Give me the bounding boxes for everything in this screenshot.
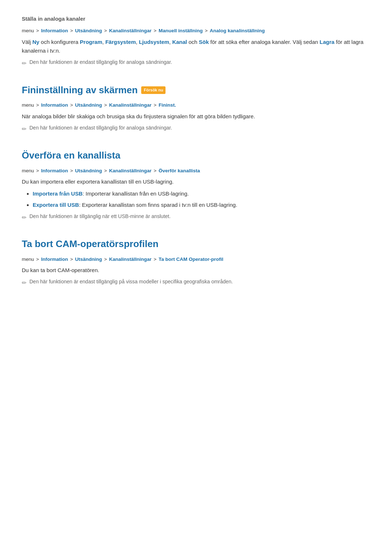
bc-sep: >	[104, 28, 109, 33]
bc-sep: >	[104, 257, 109, 262]
bold-ny: Ny	[32, 39, 39, 45]
bc-menu: menu	[22, 168, 34, 173]
note-analog: ✏ Den här funktionen är endast tillgängl…	[22, 58, 370, 68]
bc-sep: >	[70, 28, 74, 33]
pencil-icon: ✏	[22, 213, 26, 222]
bc-sep: >	[36, 168, 41, 173]
bc-sep: >	[154, 102, 158, 108]
bc-information: Information	[41, 168, 68, 173]
section-remove-cam: Ta bort CAM-operatörsprofilen menu > Inf…	[22, 237, 370, 288]
bc-kanalinst: Kanalinställningar	[109, 168, 152, 173]
note-text-analog: Den här funktionen är endast tillgänglig…	[29, 58, 172, 66]
heading-text-cam: Ta bort CAM-operatörsprofilen	[22, 237, 159, 252]
bc-sep: >	[154, 28, 158, 33]
heading-text-transfer: Överföra en kanallista	[22, 148, 121, 163]
bc-overforkanalista: Överför kanallista	[159, 168, 200, 173]
body-text-transfer: Du kan importera eller exportera kanalli…	[22, 177, 370, 186]
body-text-cam: Du kan ta bort CAM-operatören.	[22, 266, 370, 275]
bc-menu: menu	[22, 102, 34, 108]
section-heading-small: Ställa in analoga kanaler	[22, 15, 370, 23]
list-item-import: Importera från USB: Importerar kanallist…	[33, 189, 370, 198]
pencil-icon: ✏	[22, 278, 26, 288]
bc-kanalinst: Kanalinställningar	[109, 102, 152, 108]
bc-sep: >	[104, 168, 109, 173]
bc-sep: >	[154, 168, 158, 173]
bold-kanal: Kanal	[172, 39, 187, 45]
bold-lagra: Lagra	[320, 39, 335, 45]
bc-sep: >	[36, 257, 41, 262]
heading-text-fininst: Fininställning av skärmen	[22, 83, 138, 98]
note-fininst: ✏ Den här funktionen är endast tillgängl…	[22, 124, 370, 134]
bc-manuell: Manuell inställning	[159, 28, 203, 33]
note-text-transfer: Den här funktionen är tillgänglig när et…	[29, 213, 171, 220]
bc-kanalinst: Kanalinställningar	[109, 257, 152, 262]
bc-sep: >	[70, 102, 74, 108]
bc-fininst: Fininst.	[159, 102, 176, 108]
section-heading-large-cam: Ta bort CAM-operatörsprofilen	[22, 237, 370, 252]
bc-menu: menu	[22, 257, 34, 262]
bc-sep: >	[205, 28, 209, 33]
bold-exportera: Exportera till USB	[33, 202, 79, 208]
bc-utsandning: Utsändning	[75, 257, 102, 262]
bc-information: Information	[41, 28, 68, 33]
breadcrumb-analog: menu > Information > Utsändning > Kanali…	[22, 27, 370, 35]
bullet-list-transfer: Importera från USB: Importerar kanallist…	[33, 189, 370, 210]
bc-sep: >	[154, 257, 158, 262]
note-cam: ✏ Den här funktionen är endast tillgängl…	[22, 278, 370, 288]
breadcrumb-cam: menu > Information > Utsändning > Kanali…	[22, 255, 370, 263]
bold-program: Program	[80, 39, 102, 45]
bold-importera: Importera från USB	[33, 190, 83, 197]
breadcrumb-transfer: menu > Information > Utsändning > Kanali…	[22, 167, 370, 175]
try-now-badge[interactable]: Försök nu	[141, 86, 166, 94]
bc-kanalinst: Kanalinställningar	[109, 28, 152, 33]
section-transfer-channels: Överföra en kanallista menu > Informatio…	[22, 148, 370, 222]
note-text-cam: Den här funktionen är endast tillgänglig…	[29, 278, 233, 286]
bc-utsandning: Utsändning	[75, 168, 102, 173]
bold-fargsystem: Färgsystem	[105, 39, 136, 45]
bold-ljudsystem: Ljudsystem	[139, 39, 169, 45]
bc-sep: >	[36, 28, 41, 33]
bc-utsandning: Utsändning	[75, 102, 102, 108]
note-text-fininst: Den här funktionen är endast tillgänglig…	[29, 124, 172, 132]
section-fine-tuning: Fininställning av skärmen Försök nu menu…	[22, 83, 370, 134]
bc-analog: Analog kanalinställning	[210, 28, 265, 33]
section-analog-channels: Ställa in analoga kanaler menu > Informa…	[22, 15, 370, 68]
pencil-icon: ✏	[22, 59, 26, 68]
note-transfer: ✏ Den här funktionen är tillgänglig när …	[22, 213, 370, 222]
section-heading-large-transfer: Överföra en kanallista	[22, 148, 370, 163]
bc-sep: >	[70, 257, 74, 262]
pencil-icon: ✏	[22, 124, 26, 134]
bc-information: Information	[41, 102, 68, 108]
bc-sep: >	[104, 102, 109, 108]
section-heading-large-fininst: Fininställning av skärmen Försök nu	[22, 83, 370, 98]
breadcrumb-fininst: menu > Information > Utsändning > Kanali…	[22, 101, 370, 109]
bc-sep: >	[70, 168, 74, 173]
body-text-fininst: När analoga bilder blir skakiga och brus…	[22, 112, 370, 121]
bc-tabort-cam: Ta bort CAM Operator-profil	[159, 257, 223, 262]
body-text-analog: Välj Ny och konfigurera Program, Färgsys…	[22, 38, 370, 56]
bc-information: Information	[41, 257, 68, 262]
bc-utsandning: Utsändning	[75, 28, 102, 33]
bc-sep: >	[36, 102, 41, 108]
list-item-export: Exportera till USB: Exporterar kanallist…	[33, 201, 370, 210]
bc-menu: menu	[22, 28, 34, 33]
bold-sok: Sök	[199, 39, 209, 45]
